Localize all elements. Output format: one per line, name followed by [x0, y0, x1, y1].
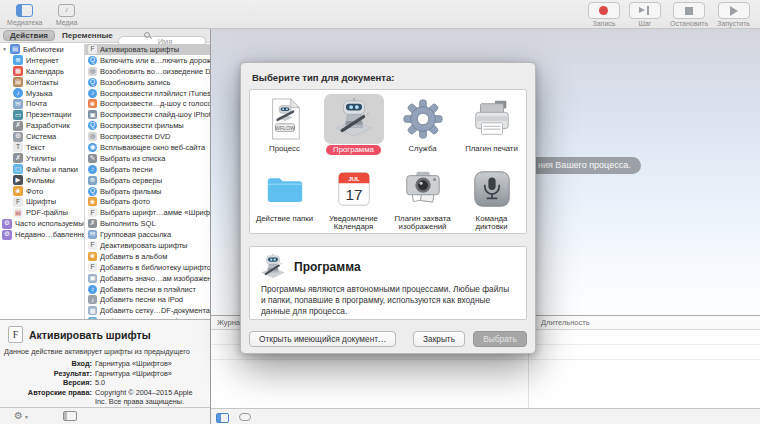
toolbar-button[interactable]: Медиатека — [7, 2, 43, 26]
action-list-item[interactable]: ❀ Выбрать фото — [85, 196, 210, 207]
automator-window: { "toolbar": { "left": [ {"label": "Меди… — [0, 0, 760, 424]
action-list-item[interactable]: F Выбрать шрифт…амме «Шрифты» — [85, 207, 210, 218]
document-type-option[interactable]: JUL17 Уведомление Календаря — [319, 162, 388, 232]
sidebar-item-label: Недавно…бавленные — [15, 230, 84, 239]
action-list-item[interactable]: Q Включить или в…лючить дорожки — [85, 55, 210, 66]
action-list-item[interactable]: ✎ Выбрать из списка — [85, 153, 210, 164]
gear-menu-button[interactable]: ⚙▼ — [14, 411, 29, 421]
action-list-item[interactable]: ⊕ Выбрать серверы — [85, 175, 210, 186]
action-description-title: Активировать шрифты — [29, 329, 151, 341]
action-item-label: Возобновить запись — [100, 78, 170, 87]
sidebar-item-label: Часто используемые — [15, 219, 84, 228]
sidebar-item[interactable]: ⊕ Интернет — [0, 55, 84, 66]
sidebar-item[interactable]: ▶ Фильмы — [0, 175, 84, 186]
document-type-option[interactable]: Плагин печати — [457, 92, 526, 162]
document-type-option[interactable]: Действие папки — [250, 162, 319, 232]
action-list-item[interactable]: ♪ Добавить песни на iPod — [85, 294, 210, 305]
sidebar-item-label: Разработчик — [26, 121, 70, 130]
sidebar-item[interactable]: ⚙ Система — [0, 131, 84, 142]
open-existing-document-button[interactable]: Открыть имеющийся документ… — [249, 331, 396, 347]
variables-panel-toggle[interactable] — [239, 413, 251, 421]
choose-button[interactable]: Выбрать — [473, 331, 527, 347]
sidebar-item[interactable]: ▤ Библиотеки — [0, 44, 84, 55]
action-list-item[interactable]: ◉ Всплывающее окно веб-сайта — [85, 142, 210, 153]
library-panel: Действия Переменные ▤ Библиотеки ⊕ Интер… — [0, 28, 210, 424]
action-list-item[interactable]: Q Воспроизвести фильмы — [85, 120, 210, 131]
action-list-item[interactable]: ▣ Воспроизвести слайд-шоу iPhoto — [85, 109, 210, 120]
sidebar-item-label: Текст — [26, 143, 45, 152]
toolbar-left-group: Медиатека Медиа — [7, 2, 82, 26]
pdf-icon: ▤ — [13, 208, 23, 218]
fonts-icon — [8, 326, 23, 343]
record-icon — [599, 6, 608, 15]
toolbar-button[interactable]: Запустить — [717, 2, 750, 27]
document-type-label: Программа — [326, 145, 381, 155]
action-list-item[interactable]: ❀ Добавить в альбом — [85, 251, 210, 262]
sidebar-item[interactable]: ❀ Фото — [0, 186, 84, 197]
document-type-option[interactable]: Служба — [388, 92, 457, 162]
action-item-label: Добавить в библиотеку шрифтов — [100, 263, 210, 272]
search-field[interactable] — [118, 30, 206, 41]
toolbar-button[interactable]: Запись — [588, 2, 620, 27]
action-list-item[interactable]: ✗ Выполнить SQL — [85, 218, 210, 229]
document-type-option[interactable]: Команда диктовки — [457, 162, 526, 232]
sidebar-item[interactable]: ▢ Файлы и папки — [0, 164, 84, 175]
sidebar-item[interactable]: ▤ PDF-файлы — [0, 207, 84, 218]
action-item-label: Групповая рассылка — [100, 230, 171, 239]
library-tab[interactable]: Действия — [3, 30, 55, 41]
document-type-option[interactable]: WFLOW Процесс — [250, 92, 319, 162]
action-list-item[interactable]: ◎ Воспроизвести DVD — [85, 131, 210, 142]
photos-icon: ❀ — [88, 99, 97, 108]
media-panel-toggle[interactable] — [63, 411, 77, 421]
action-list-item[interactable]: ▦ Добавить сетку…DF-документам — [85, 305, 210, 316]
library-tab[interactable]: Переменные — [55, 30, 120, 41]
sidebar-item[interactable]: ✗ Утилиты — [0, 153, 84, 164]
action-list-item[interactable]: F Активировать шрифты — [85, 44, 210, 55]
sidebar-item[interactable]: T Текст — [0, 142, 84, 153]
action-list-item[interactable]: ❀ Воспроизвести…д-шоу с голосом — [85, 98, 210, 109]
description-field: Версия: 5.0 — [0, 378, 210, 388]
sidebar-item[interactable]: ♪ Музыка — [0, 88, 84, 99]
action-list-item[interactable]: ♪ Выбрать песни — [85, 164, 210, 175]
sidebar-item[interactable]: ⚙ Недавно…бавленные — [0, 229, 84, 240]
action-list-item[interactable]: ✉ Групповая рассылка — [85, 229, 210, 240]
main-bottom-bar — [211, 408, 760, 424]
document-type-option[interactable]: Плагин захвата изображений — [388, 162, 457, 232]
movies-icon: ▶ — [13, 175, 23, 185]
sidebar-item[interactable]: ▦ Календарь — [0, 66, 84, 77]
action-item-label: Добавить в альбом — [100, 252, 167, 261]
action-list-item[interactable]: ♪ Воспроизвести плэйлист iTunes — [85, 88, 210, 99]
sidebar-item-label: Библиотеки — [23, 45, 64, 54]
presentations-icon: ▭ — [13, 110, 23, 120]
action-description-summary: Данное действие активирует шрифты из пре… — [0, 343, 210, 356]
action-list-item[interactable]: Q Возобновить запись — [85, 77, 210, 88]
action-list-item[interactable]: F Деактивировать шрифты — [85, 240, 210, 251]
action-list-item[interactable]: Q Выбрать фильмы — [85, 186, 210, 197]
dialog-title: Выберите тип для документа: — [241, 63, 535, 83]
sidebar-item[interactable]: ▤ Контакты — [0, 77, 84, 88]
sidebar-item[interactable]: ✗ Разработчик — [0, 120, 84, 131]
utilities-icon: ✗ — [13, 153, 23, 163]
log-panel-toggle[interactable] — [216, 413, 229, 423]
sidebar-item-label: Система — [26, 132, 56, 141]
sidebar-item[interactable]: ▭ Презентации — [0, 109, 84, 120]
sidebar-item[interactable]: ⚙ Часто используемые — [0, 218, 84, 229]
sidebar-item-label: Контакты — [26, 78, 58, 87]
action-list-item[interactable]: ◎ Возобновить во…оизведение DVD — [85, 66, 210, 77]
action-list-item[interactable]: ▣ Добавить значо…ам изображений — [85, 273, 210, 284]
sidebar-item[interactable]: F Шрифты — [0, 196, 84, 207]
svg-text:WFLOW: WFLOW — [274, 125, 294, 131]
action-item-label: Воспроизвести…д-шоу с голосом — [100, 99, 210, 108]
action-item-label: Выбрать фото — [100, 197, 150, 206]
close-button[interactable]: Закрыть — [413, 331, 465, 347]
sidebar-item[interactable]: ✉ Почта — [0, 98, 84, 109]
printer-icon — [471, 98, 513, 140]
toolbar-button[interactable]: Медиа — [52, 2, 82, 26]
action-list-item[interactable]: ♪ Добавить песни в плэйлист — [85, 284, 210, 295]
contacts-icon: ▤ — [13, 77, 23, 87]
toolbar-button[interactable]: Остановить — [670, 2, 708, 27]
smart-folder-icon: ⚙ — [2, 230, 12, 240]
toolbar-button[interactable]: Шаг — [629, 2, 661, 27]
action-list-item[interactable]: F Добавить в библиотеку шрифтов — [85, 262, 210, 273]
document-type-option[interactable]: Программа — [319, 92, 388, 162]
